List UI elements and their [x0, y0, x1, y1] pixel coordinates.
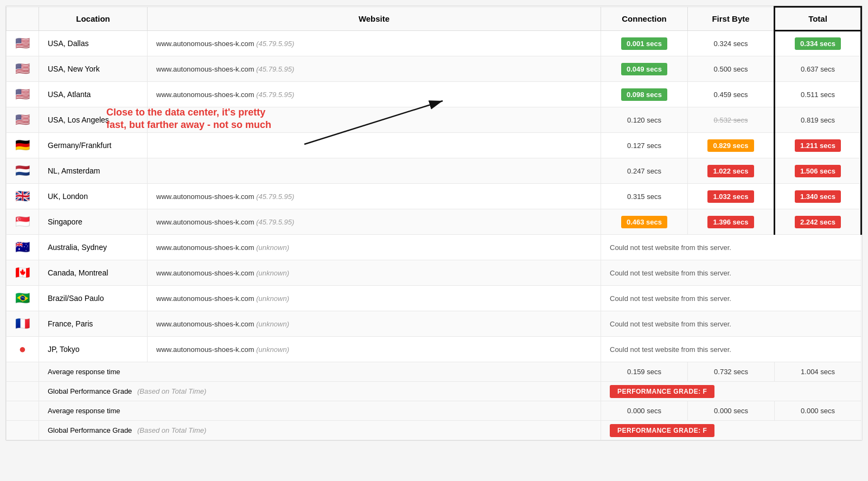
performance-table-wrapper: Close to the data center, it's prettyfas… — [5, 5, 863, 441]
flag-usa-losangeles: 🇺🇸 — [7, 107, 39, 133]
firstbyte-usa-atlanta: 0.459 secs — [688, 82, 775, 107]
table-row: 🇫🇷 France, Paris www.autonomous-shoes-k.… — [7, 311, 861, 337]
grade-row2-label: Global Performance Grade (Based on Total… — [39, 421, 601, 440]
firstbyte-nl: 1.022 secs — [688, 158, 775, 184]
location-nl: NL, Amsterdam — [39, 158, 148, 184]
col-header-total: Total — [775, 7, 861, 31]
flag-france: 🇫🇷 — [7, 311, 39, 337]
firstbyte-germany: 0.829 secs — [688, 133, 775, 158]
website-usa-losangeles — [148, 107, 601, 133]
table-row: 🇸🇬 Singapore www.autonomous-shoes-k.com … — [7, 209, 861, 235]
connection-usa-dallas: 0.001 secs — [601, 31, 688, 56]
connection-usa-newyork: 0.049 secs — [601, 56, 688, 82]
location-singapore: Singapore — [39, 209, 148, 235]
could-not-japan: Could not test website from this server. — [601, 337, 861, 362]
website-france: www.autonomous-shoes-k.com (unknown) — [148, 311, 601, 337]
location-usa-newyork: USA, New York — [39, 56, 148, 82]
location-japan: JP, Tokyo — [39, 337, 148, 362]
website-germany — [148, 133, 601, 158]
location-canada: Canada, Montreal — [39, 260, 148, 286]
grade-row2-empty-flag — [7, 421, 39, 440]
flag-usa-atlanta: 🇺🇸 — [7, 82, 39, 107]
col-header-flag — [7, 7, 39, 31]
flag-nl: 🇳🇱 — [7, 158, 39, 184]
col-header-connection: Connection — [601, 7, 688, 31]
location-australia: Australia, Sydney — [39, 235, 148, 260]
table-row: 🇺🇸 USA, Atlanta www.autonomous-shoes-k.c… — [7, 82, 861, 107]
grade-row1-empty-flag — [7, 382, 39, 401]
firstbyte-singapore: 1.396 secs — [688, 209, 775, 235]
connection-nl: 0.247 secs — [601, 158, 688, 184]
website-singapore: www.autonomous-shoes-k.com (45.79.5.95) — [148, 209, 601, 235]
avg-row2-firstbyte: 0.000 secs — [688, 401, 775, 421]
website-japan: www.autonomous-shoes-k.com (unknown) — [148, 337, 601, 362]
location-germany: Germany/Frankfurt — [39, 133, 148, 158]
col-header-location: Location — [39, 7, 148, 31]
location-france: France, Paris — [39, 311, 148, 337]
location-brazil: Brazil/Sao Paulo — [39, 286, 148, 311]
could-not-canada: Could not test website from this server. — [601, 260, 861, 286]
website-australia: www.autonomous-shoes-k.com (unknown) — [148, 235, 601, 260]
table-row: 🇺🇸 USA, New York www.autonomous-shoes-k.… — [7, 56, 861, 82]
grade-row-2: Global Performance Grade (Based on Total… — [7, 421, 861, 440]
connection-usa-losangeles: 0.120 secs — [601, 107, 688, 133]
avg-row1-total: 1.004 secs — [775, 362, 861, 382]
flag-usa-newyork: 🇺🇸 — [7, 56, 39, 82]
avg-row2-total: 0.000 secs — [775, 401, 861, 421]
website-nl — [148, 158, 601, 184]
total-usa-atlanta: 0.511 secs — [775, 82, 861, 107]
location-usa-atlanta: USA, Atlanta — [39, 82, 148, 107]
location-usa-losangeles: USA, Los Angeles — [39, 107, 148, 133]
connection-usa-atlanta: 0.098 secs — [601, 82, 688, 107]
grade-row2-badge-cell: PERFORMANCE GRADE: F — [601, 421, 861, 440]
flag-uk: 🇬🇧 — [7, 184, 39, 209]
col-header-website: Website — [148, 7, 601, 31]
website-uk: www.autonomous-shoes-k.com (45.79.5.95) — [148, 184, 601, 209]
website-canada: www.autonomous-shoes-k.com (unknown) — [148, 260, 601, 286]
total-usa-newyork: 0.637 secs — [775, 56, 861, 82]
flag-canada: 🇨🇦 — [7, 260, 39, 286]
table-row: 🇧🇷 Brazil/Sao Paulo www.autonomous-shoes… — [7, 286, 861, 311]
total-usa-losangeles: 0.819 secs — [775, 107, 861, 133]
grade-row1-label: Global Performance Grade (Based on Total… — [39, 382, 601, 401]
total-nl: 1.506 secs — [775, 158, 861, 184]
website-usa-dallas: www.autonomous-shoes-k.com (45.79.5.95) — [148, 31, 601, 56]
website-brazil: www.autonomous-shoes-k.com (unknown) — [148, 286, 601, 311]
flag-australia: 🇦🇺 — [7, 235, 39, 260]
firstbyte-usa-newyork: 0.500 secs — [688, 56, 775, 82]
table-row: 🇦🇺 Australia, Sydney www.autonomous-shoe… — [7, 235, 861, 260]
avg-row1-empty-flag — [7, 362, 39, 382]
total-germany: 1.211 secs — [775, 133, 861, 158]
could-not-brazil: Could not test website from this server. — [601, 286, 861, 311]
total-uk: 1.340 secs — [775, 184, 861, 209]
connection-singapore: 0.463 secs — [601, 209, 688, 235]
website-usa-atlanta: www.autonomous-shoes-k.com (45.79.5.95) — [148, 82, 601, 107]
location-uk: UK, London — [39, 184, 148, 209]
could-not-australia: Could not test website from this server. — [601, 235, 861, 260]
avg-row1-firstbyte: 0.732 secs — [688, 362, 775, 382]
avg-row1-connection: 0.159 secs — [601, 362, 688, 382]
table-row: 🇳🇱 NL, Amsterdam 0.247 secs 1.022 secs 1… — [7, 158, 861, 184]
avg-row2-label: Average response time — [39, 401, 601, 421]
table-row: 🇬🇧 UK, London www.autonomous-shoes-k.com… — [7, 184, 861, 209]
avg-row-1: Average response time 0.159 secs 0.732 s… — [7, 362, 861, 382]
grade-row1-badge-cell: PERFORMANCE GRADE: F — [601, 382, 861, 401]
grade-row-1: Global Performance Grade (Based on Total… — [7, 382, 861, 401]
table-row: 🇺🇸 USA, Los Angeles 0.120 secs 0.532 sec… — [7, 107, 861, 133]
firstbyte-usa-losangeles: 0.532 secs — [688, 107, 775, 133]
location-usa-dallas: USA, Dallas — [39, 31, 148, 56]
flag-germany: 🇩🇪 — [7, 133, 39, 158]
flag-singapore: 🇸🇬 — [7, 209, 39, 235]
could-not-france: Could not test website from this server. — [601, 311, 861, 337]
connection-uk: 0.315 secs — [601, 184, 688, 209]
firstbyte-uk: 1.032 secs — [688, 184, 775, 209]
total-singapore: 2.242 secs — [775, 209, 861, 235]
table-row: 🇺🇸 USA, Dallas www.autonomous-shoes-k.co… — [7, 31, 861, 56]
flag-usa-dallas: 🇺🇸 — [7, 31, 39, 56]
flag-japan: ● — [7, 337, 39, 362]
connection-germany: 0.127 secs — [601, 133, 688, 158]
table-row: 🇩🇪 Germany/Frankfurt 0.127 secs 0.829 se… — [7, 133, 861, 158]
flag-brazil: 🇧🇷 — [7, 286, 39, 311]
total-usa-dallas: 0.334 secs — [775, 31, 861, 56]
avg-row2-connection: 0.000 secs — [601, 401, 688, 421]
